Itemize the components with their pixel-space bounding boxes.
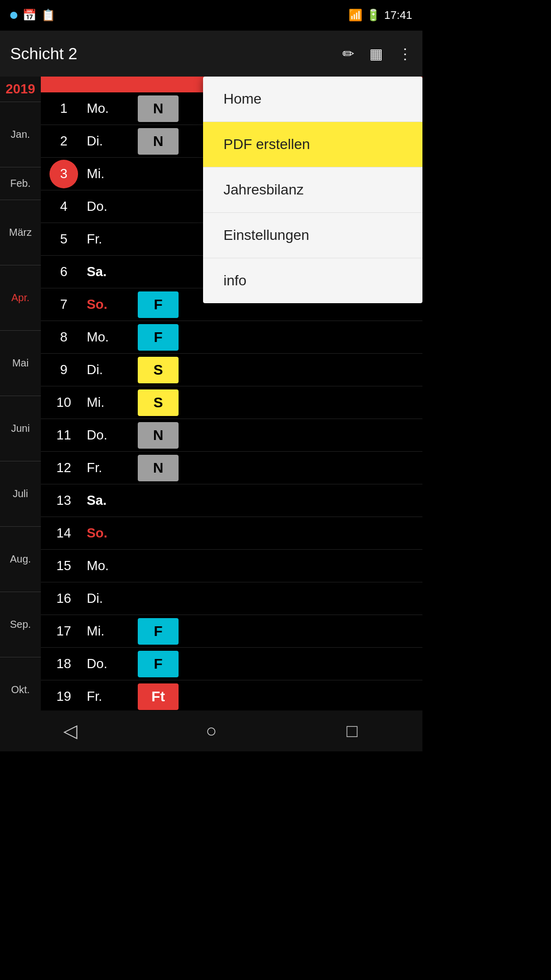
battery-icon: 🔋 (366, 9, 380, 22)
dropdown-item-info[interactable]: info (203, 258, 422, 303)
bottom-nav: ◁ ○ □ (0, 710, 422, 751)
notification-dot (10, 12, 17, 19)
dropdown-item-einstellungen[interactable]: Einstellungen (203, 213, 422, 258)
dropdown-item-pdf-erstellen[interactable]: PDF erstellen (203, 122, 422, 167)
status-bar-right: 📶 🔋 17:41 (348, 9, 412, 22)
dropdown-overlay[interactable]: HomePDF erstellenJahresbilanzEinstellung… (0, 77, 422, 710)
signal-icon: 📶 (348, 9, 362, 22)
calendar-view-icon[interactable]: ▦ (369, 45, 383, 62)
more-icon[interactable]: ⋮ (398, 45, 412, 62)
dropdown-menu: HomePDF erstellenJahresbilanzEinstellung… (203, 77, 422, 303)
app-bar: Schicht 2 ✏ ▦ ⋮ (0, 31, 422, 77)
calendar-content: 2019 Jan. Feb. März Apr. Mai Juni Juli A… (0, 77, 422, 710)
app-bar-icons: ✏ ▦ ⋮ (342, 45, 412, 62)
home-button[interactable]: ○ (191, 720, 232, 742)
app-bar-title: Schicht 2 (10, 44, 342, 63)
status-bar: 📅 📋 📶 🔋 17:41 (0, 0, 422, 31)
back-button[interactable]: ◁ (50, 720, 91, 742)
calendar-status-icon: 📅 (22, 9, 36, 22)
dropdown-item-jahresbilanz[interactable]: Jahresbilanz (203, 167, 422, 213)
status-time: 17:41 (384, 9, 412, 22)
dropdown-item-home[interactable]: Home (203, 77, 422, 122)
recent-button[interactable]: □ (332, 720, 372, 742)
status-bar-left: 📅 📋 (10, 9, 55, 22)
edit-icon[interactable]: ✏ (342, 45, 354, 62)
calendar2-status-icon: 📋 (41, 9, 55, 22)
